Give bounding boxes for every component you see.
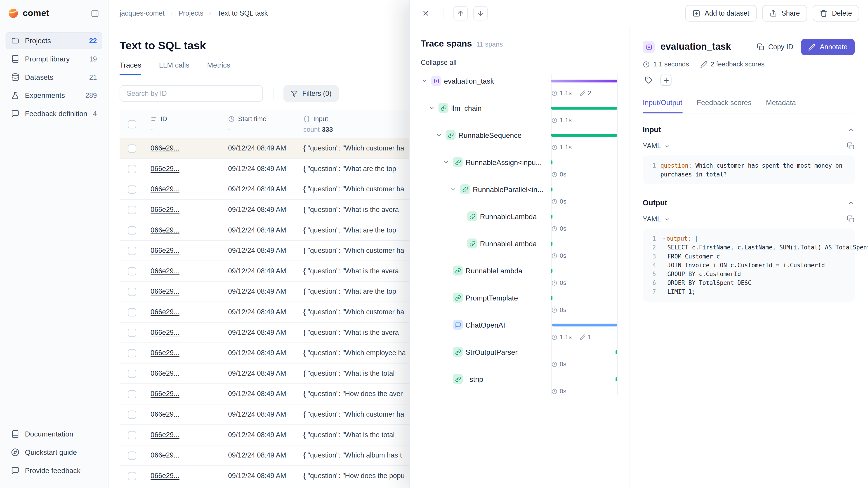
span-row-runnablesequence[interactable]: RunnableSequence 1.1s xyxy=(421,128,618,156)
span-row--strip[interactable]: _strip 0s xyxy=(421,372,618,399)
add-to-dataset-button[interactable]: Add to dataset xyxy=(685,5,756,22)
trace-id-link[interactable]: 066e29... xyxy=(151,288,180,295)
span-expand-chevron-icon[interactable] xyxy=(435,132,443,138)
trace-id-link[interactable]: 066e29... xyxy=(151,206,180,214)
row-checkbox[interactable] xyxy=(127,451,136,459)
trace-id-link[interactable]: 066e29... xyxy=(151,349,180,357)
trace-id-link[interactable]: 066e29... xyxy=(151,185,180,193)
row-checkbox[interactable] xyxy=(127,390,136,398)
sidebar-item-experiments[interactable]: Experiments 289 xyxy=(5,87,102,104)
span-row-evaluation-task[interactable]: evaluation_task 1.1s 2 xyxy=(421,74,618,101)
trace-id-link[interactable]: 066e29... xyxy=(151,472,180,480)
input-heading: Input xyxy=(643,126,661,134)
select-all-checkbox[interactable] xyxy=(127,120,136,128)
sidebar-collapse-button[interactable] xyxy=(90,8,100,19)
detail-tab-metadata[interactable]: Metadata xyxy=(766,98,796,113)
code-text: GROUP BY c.CustomerId xyxy=(660,269,741,278)
row-checkbox[interactable] xyxy=(127,472,136,480)
trace-id-link[interactable]: 066e29... xyxy=(151,144,180,152)
span-row-runnablelambda[interactable]: RunnableLambda 0s xyxy=(421,264,618,291)
trace-id-link[interactable]: 066e29... xyxy=(151,329,180,336)
span-expand-chevron-icon[interactable] xyxy=(428,105,436,111)
breadcrumb-item-projects[interactable]: Projects xyxy=(178,9,204,17)
row-checkbox[interactable] xyxy=(127,308,136,316)
add-tag-button[interactable] xyxy=(660,75,672,86)
output-copy-button[interactable] xyxy=(847,215,855,223)
trace-id-link[interactable]: 066e29... xyxy=(151,390,180,398)
collapse-all-button[interactable]: Collapse all xyxy=(421,59,456,66)
next-trace-button[interactable] xyxy=(473,6,488,21)
row-checkbox[interactable] xyxy=(127,226,136,234)
row-checkbox[interactable] xyxy=(127,247,136,255)
trace-id-link[interactable]: 066e29... xyxy=(151,267,180,275)
start-time-column-label: Start time xyxy=(238,115,267,123)
trace-id-link[interactable]: 066e29... xyxy=(151,165,180,173)
breadcrumb-item-jacques-comet[interactable]: jacques-comet xyxy=(120,9,164,17)
input-collapse-button[interactable] xyxy=(847,126,855,133)
row-checkbox[interactable] xyxy=(127,185,136,193)
start-time-cell: 09/12/24 08:49 AM xyxy=(221,390,297,398)
span-expand-chevron-icon[interactable] xyxy=(442,159,450,165)
row-checkbox[interactable] xyxy=(127,287,136,296)
input-format-select[interactable]: YAML xyxy=(643,142,671,150)
share-button[interactable]: Share xyxy=(762,5,807,22)
trace-id-link[interactable]: 066e29... xyxy=(151,247,180,254)
detail-tab-input-output[interactable]: Input/Output xyxy=(643,98,682,113)
trace-id-link[interactable]: 066e29... xyxy=(151,308,180,316)
row-checkbox[interactable] xyxy=(127,144,136,153)
span-row-runnableparallel-in-[interactable]: RunnableParallel<in... 0s xyxy=(421,183,618,210)
span-row-runnablelambda[interactable]: RunnableLambda 0s xyxy=(421,210,618,237)
filters-button[interactable]: Filters (0) xyxy=(283,85,339,102)
row-checkbox-cell xyxy=(120,247,144,255)
output-format-select[interactable]: YAML xyxy=(643,215,671,223)
sidebar-item-documentation[interactable]: Documentation xyxy=(5,425,102,443)
detail-tab-feedback-scores[interactable]: Feedback scores xyxy=(697,98,751,113)
sidebar-item-feedback-definitions[interactable]: Feedback definitions 4 xyxy=(5,105,102,122)
chevron-up-icon xyxy=(847,199,855,206)
row-checkbox[interactable] xyxy=(127,349,136,357)
row-checkbox[interactable] xyxy=(127,369,136,378)
span-row-prompttemplate[interactable]: PromptTemplate 0s xyxy=(421,291,618,318)
trace-id-link[interactable]: 066e29... xyxy=(151,369,180,377)
row-checkbox[interactable] xyxy=(127,165,136,173)
span-row-chatopenai[interactable]: ChatOpenAI 1.1s 1 xyxy=(421,318,618,345)
previous-trace-button[interactable] xyxy=(454,6,468,21)
trace-id-cell: 066e29... xyxy=(144,472,221,480)
sidebar-item-quickstart-guide[interactable]: Quickstart guide xyxy=(5,444,102,461)
copy-id-button[interactable]: Copy ID xyxy=(756,43,793,51)
search-input[interactable] xyxy=(126,89,257,98)
trace-id-link[interactable]: 066e29... xyxy=(151,411,180,418)
row-checkbox[interactable] xyxy=(127,328,136,337)
span-expand-chevron-icon[interactable] xyxy=(450,186,457,193)
row-checkbox[interactable] xyxy=(127,431,136,439)
trace-id-link[interactable]: 066e29... xyxy=(151,226,180,234)
span-row-runnableassign-inpu-[interactable]: RunnableAssign<inpu... 0s xyxy=(421,156,618,183)
chain-span-icon xyxy=(467,212,477,221)
close-button[interactable] xyxy=(418,6,433,21)
sidebar-item-prompt-library[interactable]: Prompt library 19 xyxy=(5,51,102,68)
tab-traces[interactable]: Traces xyxy=(120,61,141,75)
span-row-stroutputparser[interactable]: StrOutputParser 0s xyxy=(421,345,618,372)
clock-icon xyxy=(551,90,557,96)
span-row-llm-chain[interactable]: llm_chain 1.1s xyxy=(421,101,618,128)
sidebar-item-provide-feedback[interactable]: Provide feedback xyxy=(5,462,102,479)
comet-logo[interactable]: comet xyxy=(8,8,49,19)
input-copy-button[interactable] xyxy=(847,142,855,150)
span-expand-chevron-icon[interactable] xyxy=(421,77,428,84)
row-checkbox[interactable] xyxy=(127,410,136,419)
annotate-button[interactable]: Annotate xyxy=(801,39,855,55)
row-checkbox[interactable] xyxy=(127,205,136,214)
span-meta: 1.1 seconds 2 feedback scores xyxy=(643,60,855,68)
fold-chevron-icon[interactable] xyxy=(660,234,666,243)
span-row-runnablelambda[interactable]: RunnableLambda 0s xyxy=(421,237,618,264)
sidebar-item-projects[interactable]: Projects 22 xyxy=(5,32,102,49)
tab-metrics[interactable]: Metrics xyxy=(207,61,230,75)
trace-id-link[interactable]: 066e29... xyxy=(151,431,180,439)
tab-llm-calls[interactable]: LLM calls xyxy=(159,61,189,75)
sidebar-item-datasets[interactable]: Datasets 21 xyxy=(5,69,102,86)
tag-button[interactable] xyxy=(643,74,655,86)
output-collapse-button[interactable] xyxy=(847,199,855,206)
trace-id-link[interactable]: 066e29... xyxy=(151,451,180,459)
row-checkbox[interactable] xyxy=(127,267,136,275)
delete-button[interactable]: Delete xyxy=(813,5,859,22)
